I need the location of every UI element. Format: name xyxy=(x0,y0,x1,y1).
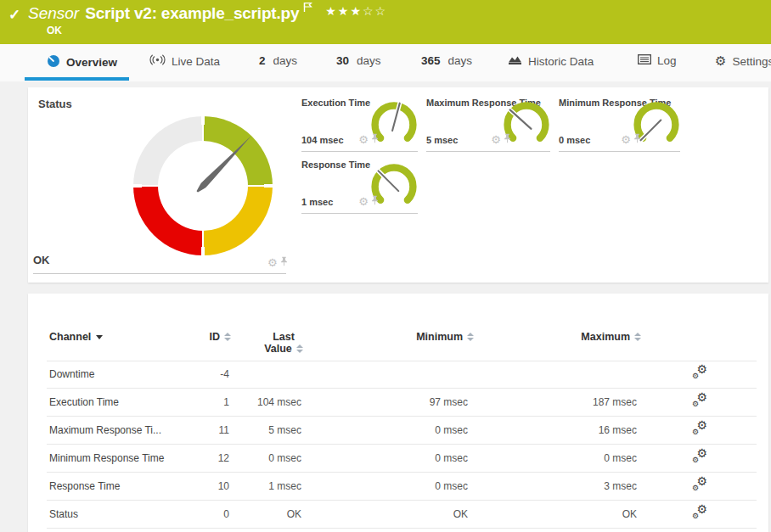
tab-settings[interactable]: ⚙Settings xyxy=(715,54,771,68)
sensor-status-text: OK xyxy=(47,25,62,36)
mini-gauge-value: 5 msec xyxy=(426,135,458,145)
tab-label: Historic Data xyxy=(528,55,594,68)
cell-minimum: 97 msec xyxy=(366,396,468,408)
cell-last-value: 1 msec xyxy=(217,480,301,492)
gauge-settings-gear-icon[interactable]: ⚙ xyxy=(491,134,501,145)
column-header-channel[interactable]: Channel xyxy=(49,331,103,343)
historic-data-icon xyxy=(508,54,522,68)
status-panel-title: Status xyxy=(38,98,72,110)
mini-gauge-value: 1 msec xyxy=(301,197,333,207)
cell-id: -4 xyxy=(161,368,229,380)
tab-number: 365 xyxy=(421,54,441,67)
cell-minimum: 0 msec xyxy=(366,424,468,436)
sort-both-icon xyxy=(467,333,474,341)
cell-last-value: OK xyxy=(217,508,301,520)
mini-gauge-execution-time: Execution Time104 msec⚙ xyxy=(301,98,418,152)
cell-channel: Response Time xyxy=(49,480,120,492)
sort-both-icon xyxy=(634,333,641,341)
status-gauges-panel: Status OK ⚙ Execution Time104 msec⚙Maxim… xyxy=(28,87,768,283)
status-panel-icons: ⚙ xyxy=(267,255,288,270)
column-header-minimum[interactable]: Minimum xyxy=(368,331,474,343)
table-row[interactable]: Status0OKOKOK⚙⚙ xyxy=(47,501,757,529)
tab-label: Log xyxy=(657,54,677,67)
channel-settings-gears-icon[interactable]: ⚙⚙ xyxy=(692,394,707,409)
mini-gauge-minimum-response-time: Minimum Response Time0 msec⚙ xyxy=(559,98,680,152)
tab-label: Settings xyxy=(732,55,771,68)
content-area: Status OK ⚙ Execution Time104 msec⚙Maxim… xyxy=(0,81,771,532)
table-row[interactable]: Response Time101 msec0 msec3 msec⚙⚙ xyxy=(47,473,757,501)
cell-minimum: 0 msec xyxy=(366,452,468,464)
channel-table-panel: Channel ID Last Value Minimum Maximum Do… xyxy=(28,294,768,532)
gauge-settings-gear-icon[interactable]: ⚙ xyxy=(358,134,369,145)
pin-icon[interactable] xyxy=(504,132,511,147)
cell-channel: Status xyxy=(49,508,78,520)
tab-label: days xyxy=(357,54,381,67)
column-header-last-value[interactable]: Last Value xyxy=(245,331,323,355)
tab-365-days[interactable]: 365days xyxy=(421,54,472,67)
pin-icon[interactable] xyxy=(280,255,288,270)
sort-both-icon xyxy=(296,344,303,353)
flag-icon[interactable] xyxy=(303,1,313,16)
mini-gauge-icons: ⚙ xyxy=(358,193,379,209)
mini-gauge-icons: ⚙ xyxy=(358,132,379,147)
cell-maximum: 16 msec xyxy=(535,424,637,436)
channel-settings-gears-icon[interactable]: ⚙⚙ xyxy=(692,422,707,437)
tab-label: days xyxy=(273,54,298,67)
status-panel-divider xyxy=(33,273,286,274)
tab-bar: OverviewLive Data2days30days365daysHisto… xyxy=(0,44,771,81)
mini-gauge-title: Execution Time xyxy=(301,98,370,108)
table-row[interactable]: Downtime-4⚙⚙ xyxy=(47,361,757,389)
tab-live-data[interactable]: Live Data xyxy=(149,54,220,68)
table-row[interactable]: Execution Time1104 msec97 msec187 msec⚙⚙ xyxy=(47,389,757,417)
gauge-settings-gear-icon[interactable]: ⚙ xyxy=(267,257,278,268)
tab-historic-data[interactable]: Historic Data xyxy=(508,54,594,68)
cell-channel: Execution Time xyxy=(49,396,119,408)
column-header-id[interactable]: ID xyxy=(161,331,231,343)
gauge-settings-gear-icon[interactable]: ⚙ xyxy=(621,134,631,145)
table-row[interactable]: Minimum Response Time120 msec0 msec0 mse… xyxy=(47,445,757,473)
mini-gauge-title: Response Time xyxy=(301,160,370,170)
log-icon xyxy=(638,54,651,67)
cell-minimum: OK xyxy=(366,508,468,520)
mini-gauge-maximum-response-time: Maximum Response Time5 msec⚙ xyxy=(426,98,550,152)
sensor-name: Script v2: example_script.py xyxy=(85,4,299,23)
sort-both-icon xyxy=(224,333,231,341)
cell-maximum: 3 msec xyxy=(535,480,637,492)
channel-settings-gears-icon[interactable]: ⚙⚙ xyxy=(692,478,707,493)
cell-channel: Maximum Response Ti... xyxy=(49,424,161,436)
tab-2-days[interactable]: 2days xyxy=(259,54,297,67)
sensor-header: ✓ Sensor Script v2: example_script.py ★★… xyxy=(0,0,771,44)
channel-settings-gears-icon[interactable]: ⚙⚙ xyxy=(692,506,707,521)
column-header-maximum[interactable]: Maximum xyxy=(535,331,641,343)
cell-maximum: OK xyxy=(535,508,637,520)
tab-label: Live Data xyxy=(172,55,220,68)
channel-settings-gears-icon[interactable]: ⚙⚙ xyxy=(692,366,707,381)
status-gauge-value: OK xyxy=(33,254,50,266)
pin-icon[interactable] xyxy=(371,193,379,209)
sensor-title-row: Sensor Script v2: example_script.py ★★★☆… xyxy=(28,4,387,23)
tab-log[interactable]: Log xyxy=(638,54,677,67)
cell-channel: Downtime xyxy=(49,368,94,380)
tab-label: Overview xyxy=(66,56,117,69)
tab-overview[interactable]: Overview xyxy=(47,54,117,70)
priority-stars[interactable]: ★★★☆☆ xyxy=(325,4,387,18)
live-data-icon xyxy=(149,54,166,68)
tab-label: days xyxy=(448,54,473,67)
channel-settings-gears-icon[interactable]: ⚙⚙ xyxy=(692,450,707,465)
status-check-icon: ✓ xyxy=(8,6,20,24)
cell-maximum: 0 msec xyxy=(535,452,637,464)
active-tab-underline xyxy=(25,77,129,81)
tab-30-days[interactable]: 30days xyxy=(336,54,381,67)
sort-desc-icon xyxy=(96,335,103,339)
gauge-settings-gear-icon[interactable]: ⚙ xyxy=(358,196,369,207)
gauge-icon xyxy=(47,54,60,70)
pin-icon[interactable] xyxy=(633,132,641,147)
mini-gauge-icons: ⚙ xyxy=(621,132,641,147)
pin-icon[interactable] xyxy=(371,132,379,147)
mini-gauge-value: 104 msec xyxy=(301,135,344,145)
mini-gauge-value: 0 msec xyxy=(559,135,590,145)
cell-channel: Minimum Response Time xyxy=(49,452,164,464)
cell-last-value: 0 msec xyxy=(217,452,301,464)
cell-last-value: 5 msec xyxy=(217,424,301,436)
table-row[interactable]: Maximum Response Ti...115 msec0 msec16 m… xyxy=(47,417,757,445)
